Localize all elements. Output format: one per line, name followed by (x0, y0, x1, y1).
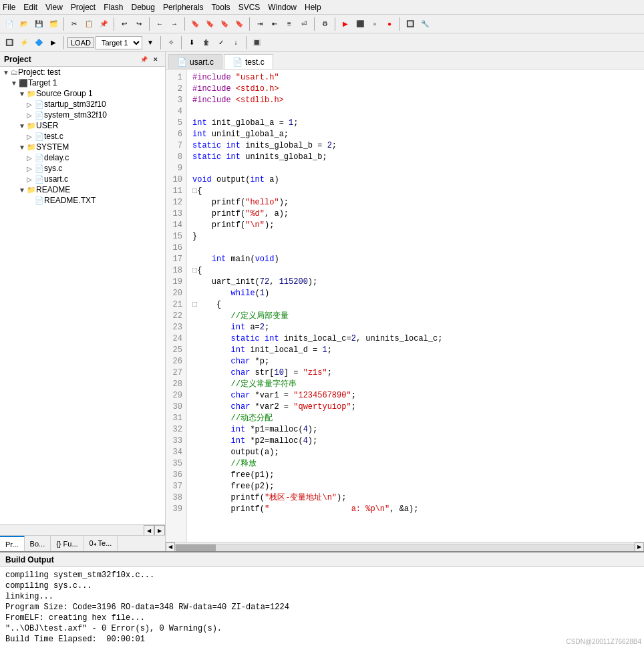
tree-system-group[interactable]: ▼ 📁 SYSTEM (0, 142, 165, 152)
tab-test-c[interactable]: 📄 test.c (224, 54, 273, 69)
toolbar1: 📄 📂 💾 🗂️ ✂ 📋 📌 ↩ ↪ ← → 🔖 🔖 🔖 🔖 ⇥ ⇤ ≡ ⏎ ⚙… (0, 15, 644, 33)
menu-edit[interactable]: Edit (23, 3, 37, 12)
outdent-btn[interactable]: ⇤ (268, 17, 281, 31)
tree-startup[interactable]: ▷ 📄 startup_stm32f10 (0, 99, 165, 110)
redo-btn[interactable]: ↪ (132, 17, 146, 31)
expand-user[interactable]: ▼ (19, 122, 27, 130)
config-btn[interactable]: 🔧 (418, 17, 432, 31)
tab-templates[interactable]: 0₄ Te... (84, 536, 118, 552)
menu-debug[interactable]: Debug (132, 3, 155, 12)
readme-txt-label: README.TXT (44, 196, 96, 205)
wrap-btn[interactable]: ⏎ (297, 17, 311, 31)
tab-books[interactable]: Bo... (25, 536, 51, 552)
menu-file[interactable]: File (3, 3, 15, 12)
flash-check-btn[interactable]: ✓ (214, 36, 228, 49)
panel-scroll-right[interactable]: ▶ (154, 525, 165, 536)
periph-btn[interactable]: 🔷 (32, 36, 45, 49)
menu-help[interactable]: Help (305, 3, 321, 12)
tab-usart-c[interactable]: 📄 usart.c (168, 54, 222, 69)
panel-scroll-left[interactable]: ◀ (144, 525, 154, 536)
mcu-btn[interactable]: 🔲 (3, 36, 16, 49)
ln-30: 30 (170, 401, 182, 413)
tree-test-c[interactable]: ▷ 📄 test.c (0, 131, 165, 142)
copy-btn[interactable]: 📋 (82, 17, 96, 31)
panel-pin-btn[interactable]: 📌 (138, 54, 149, 65)
hscroll-track[interactable] (175, 544, 635, 550)
download-btn[interactable]: ⬇ (185, 36, 198, 49)
align-btn[interactable]: ≡ (283, 17, 296, 31)
expand-system-group[interactable]: ▼ (19, 144, 27, 151)
new-file-btn[interactable]: 📄 (3, 17, 16, 31)
expand-usart-c[interactable]: ▷ (27, 176, 35, 183)
ln-24: 24 (170, 333, 182, 345)
expand-source-group1[interactable]: ▼ (19, 90, 27, 98)
expand-target1[interactable]: ▼ (11, 79, 19, 87)
user-label: USER (36, 121, 58, 130)
menu-view[interactable]: View (45, 3, 63, 12)
expand-project[interactable]: ▼ (3, 69, 11, 76)
target-combo[interactable]: Target 1 (96, 36, 142, 49)
menu-svcs[interactable]: SVCS (238, 3, 261, 12)
debug-start-btn[interactable]: ▶ (339, 17, 352, 31)
tree-target1[interactable]: ▼ ⬛ Target 1 (0, 77, 165, 88)
tree-project-root[interactable]: ▼ 🗂 Project: test (0, 67, 165, 77)
expand-test-c[interactable]: ▷ (27, 133, 35, 140)
debug-red-btn[interactable]: ● (383, 17, 396, 31)
tree-source-group1[interactable]: ▼ 📁 Source Group 1 (0, 88, 165, 99)
menu-project[interactable]: Project (71, 3, 96, 12)
menu-flash[interactable]: Flash (104, 3, 123, 12)
sep4 (184, 17, 185, 31)
paste-btn[interactable]: 📌 (97, 17, 110, 31)
hscroll-thumb[interactable] (176, 544, 216, 551)
nav-fwd-btn[interactable]: → (168, 17, 181, 31)
chip-btn[interactable]: 🔳 (250, 36, 263, 49)
bookmark2-btn[interactable]: 🔖 (203, 17, 216, 31)
ln-28: 28 (170, 379, 182, 390)
tree-delay-c[interactable]: ▷ 📄 delay.c (0, 152, 165, 163)
menu-tools[interactable]: Tools (212, 3, 230, 12)
project-panel: Project 📌 ✕ ▼ 🗂 Project: test ▼ ⬛ Target… (0, 52, 166, 551)
panel-close-btn[interactable]: ✕ (150, 54, 161, 65)
flash-dload-btn[interactable]: ↓ (229, 36, 243, 49)
expand-startup[interactable]: ▷ (27, 101, 35, 108)
bookmark3-btn[interactable]: 🔖 (218, 17, 231, 31)
save-all-btn[interactable]: 🗂️ (47, 17, 60, 31)
indent-btn[interactable]: ⇥ (253, 17, 267, 31)
view-btn[interactable]: 🔲 (404, 17, 417, 31)
compile-btn[interactable]: ⚙ (318, 17, 331, 31)
tree-sys-c[interactable]: ▷ 📄 sys.c (0, 163, 165, 174)
project-tree: ▼ 🗂 Project: test ▼ ⬛ Target 1 ▼ 📁 Sourc… (0, 67, 165, 524)
erase-btn[interactable]: 🗑 (200, 36, 213, 49)
flash-btn[interactable]: ⚡ (17, 36, 31, 49)
tab-project[interactable]: Pr... (0, 536, 25, 552)
wizard-btn[interactable]: ✧ (164, 36, 178, 49)
debug-circle-btn[interactable]: ● (368, 17, 381, 31)
expand-readme[interactable]: ▼ (19, 186, 27, 194)
save-btn[interactable]: 💾 (32, 17, 45, 31)
tree-system[interactable]: ▷ 📄 system_stm32f10 (0, 110, 165, 120)
undo-btn[interactable]: ↩ (118, 17, 131, 31)
tab-functions[interactable]: {} Fu... (51, 536, 84, 552)
cut-btn[interactable]: ✂ (67, 17, 81, 31)
menu-window[interactable]: Window (268, 3, 297, 12)
run-btn[interactable]: ▶ (47, 36, 60, 49)
expand-delay-c[interactable]: ▷ (27, 154, 35, 162)
open-btn[interactable]: 📂 (17, 17, 31, 31)
tree-usart-c[interactable]: ▷ 📄 usart.c (0, 174, 165, 184)
tree-readme-group[interactable]: ▼ 📁 README (0, 184, 165, 195)
code-content[interactable]: #include "usart.h" #include <stdio.h> #i… (187, 69, 644, 542)
hscroll-left[interactable]: ◀ (166, 542, 175, 552)
watermark: CSDN@20011Z76628B4 (567, 638, 641, 645)
bookmark-btn[interactable]: 🔖 (188, 17, 202, 31)
tree-readme-txt[interactable]: 📄 README.TXT (0, 195, 165, 206)
bookmark4-btn[interactable]: 🔖 (232, 17, 246, 31)
nav-back-btn[interactable]: ← (153, 17, 166, 31)
hscroll-right[interactable]: ▶ (635, 542, 644, 552)
expand-system[interactable]: ▷ (27, 112, 35, 119)
expand-sys-c[interactable]: ▷ (27, 165, 35, 172)
ln-27: 27 (170, 367, 182, 379)
debug-stop-btn[interactable]: ⬛ (353, 17, 367, 31)
menu-peripherals[interactable]: Peripherals (163, 3, 204, 12)
tree-user[interactable]: ▼ 📁 USER (0, 120, 165, 131)
target-dropdown[interactable]: ▼ (144, 36, 157, 49)
